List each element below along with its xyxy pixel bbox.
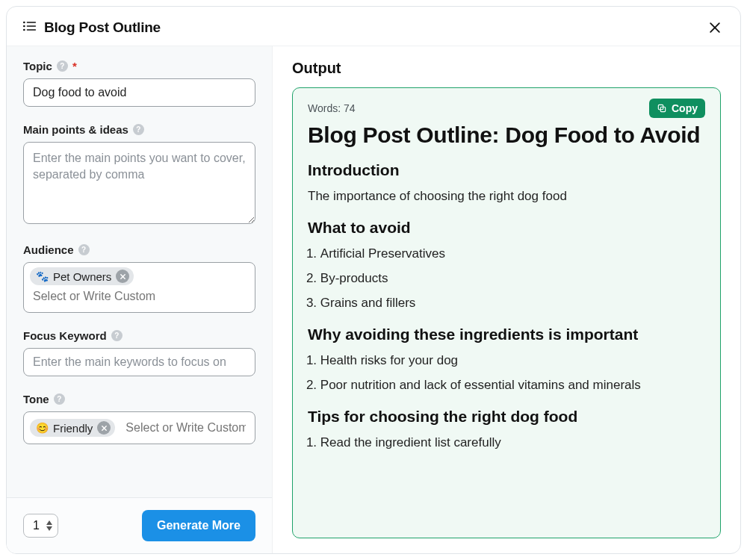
field-main-points: Main points & ideas ? xyxy=(23,123,255,227)
section-intro-text: The importance of choosing the right dog… xyxy=(308,188,705,205)
modal-title: Blog Post Outline xyxy=(44,19,161,36)
list-item: Artificial Preservatives xyxy=(320,246,705,263)
paw-icon: 🐾 xyxy=(36,270,49,282)
output-panel: Output Words: 74 Copy Blog Post Outline:… xyxy=(273,46,740,553)
output-card: Words: 74 Copy Blog Post Outline: Dog Fo… xyxy=(292,87,721,538)
tone-input[interactable]: 😊 Friendly xyxy=(23,411,255,444)
avoid-list: Artificial Preservatives By-products Gra… xyxy=(308,246,705,312)
chip-remove-icon[interactable] xyxy=(97,421,111,435)
required-indicator: * xyxy=(72,60,77,72)
section-intro-heading: Introduction xyxy=(308,161,705,179)
close-button[interactable] xyxy=(704,17,725,38)
main-points-label: Main points & ideas xyxy=(23,123,128,136)
smiley-icon: 😊 xyxy=(36,422,49,434)
audience-chip-label: Pet Owners xyxy=(53,270,111,283)
copy-button-label: Copy xyxy=(672,102,698,114)
stepper-arrows[interactable] xyxy=(46,520,53,532)
tone-label: Tone xyxy=(23,393,49,405)
field-focus-keyword: Focus Keyword ? xyxy=(23,329,255,376)
field-topic: Topic ? * xyxy=(23,60,255,107)
topic-label: Topic xyxy=(23,60,52,72)
word-count: Words: 74 xyxy=(308,102,356,114)
focus-keyword-label: Focus Keyword xyxy=(23,329,107,342)
help-icon[interactable]: ? xyxy=(78,244,90,255)
modal-header: Blog Post Outline xyxy=(7,7,740,46)
section-avoid-heading: What to avoid xyxy=(308,219,705,237)
form-sidebar: Topic ? * Main points & ideas ? Audi xyxy=(7,46,273,553)
modal-blog-post-outline: Blog Post Outline Topic ? * Main xyxy=(6,6,741,554)
svg-marker-12 xyxy=(46,520,52,525)
list-item: Read the ingredient list carefully xyxy=(320,435,705,452)
audience-input[interactable]: 🐾 Pet Owners xyxy=(23,262,255,313)
tone-placeholder-input[interactable] xyxy=(123,417,249,439)
help-icon[interactable]: ? xyxy=(133,124,144,135)
field-audience: Audience ? 🐾 Pet Owners xyxy=(23,243,255,313)
help-icon[interactable]: ? xyxy=(111,330,123,341)
quantity-stepper[interactable]: 1 xyxy=(23,514,58,538)
audience-label: Audience xyxy=(23,243,74,256)
chip-remove-icon[interactable] xyxy=(116,270,129,283)
output-title: Output xyxy=(292,60,721,77)
sidebar-footer: 1 Generate More xyxy=(7,497,272,553)
svg-point-2 xyxy=(23,25,25,28)
tips-list: Read the ingredient list carefully xyxy=(308,435,705,452)
tone-chip[interactable]: 😊 Friendly xyxy=(30,419,115,437)
focus-keyword-input[interactable] xyxy=(23,348,255,376)
main-points-textarea[interactable] xyxy=(23,142,255,224)
output-heading: Blog Post Outline: Dog Food to Avoid xyxy=(308,122,705,148)
field-tone: Tone ? 😊 Friendly xyxy=(23,393,255,444)
copy-button[interactable]: Copy xyxy=(649,99,705,118)
section-tips-heading: Tips for choosing the right dog food xyxy=(308,408,705,426)
list-item: Grains and fillers xyxy=(320,295,705,312)
list-item: By-products xyxy=(320,270,705,287)
quantity-value: 1 xyxy=(33,519,40,532)
audience-chip[interactable]: 🐾 Pet Owners xyxy=(30,267,134,285)
svg-point-4 xyxy=(23,29,25,31)
generate-more-button[interactable]: Generate More xyxy=(142,510,255,541)
audience-placeholder-input[interactable] xyxy=(30,285,185,308)
tone-chip-label: Friendly xyxy=(53,422,93,435)
list-item: Health risks for your dog xyxy=(320,352,705,370)
help-icon[interactable]: ? xyxy=(57,60,68,72)
list-item: Poor nutrition and lack of essential vit… xyxy=(320,377,705,394)
section-why-heading: Why avoiding these ingredients is import… xyxy=(308,326,705,343)
svg-point-0 xyxy=(23,22,25,24)
outline-icon xyxy=(22,19,37,37)
why-list: Health risks for your dog Poor nutrition… xyxy=(308,352,705,394)
topic-input[interactable] xyxy=(23,78,255,107)
help-icon[interactable]: ? xyxy=(54,393,65,405)
svg-marker-13 xyxy=(46,526,52,531)
